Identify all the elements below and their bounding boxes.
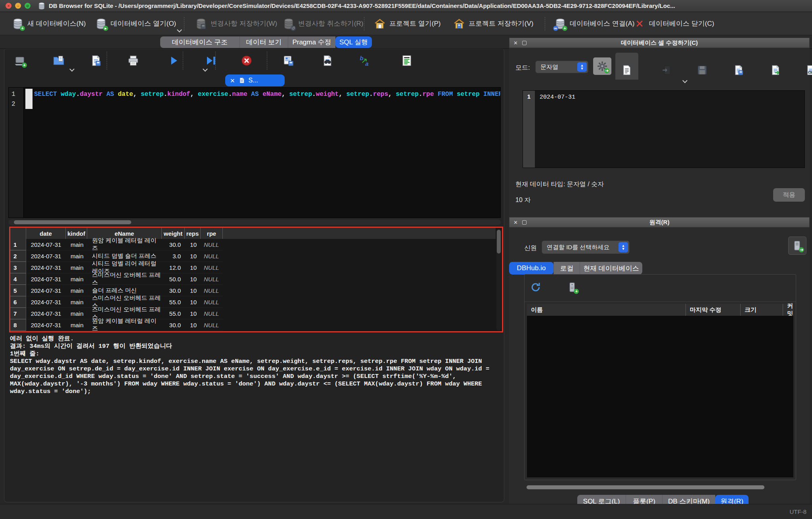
table-cell[interactable]: 55.0: [162, 308, 185, 319]
float-dock-icon[interactable]: [522, 220, 527, 225]
open-project-button[interactable]: 프로젝트 열기(P): [374, 12, 440, 35]
new-database-button[interactable]: +새 데이터베이스(N): [12, 12, 86, 35]
column-header-reps[interactable]: reps: [185, 228, 201, 239]
table-cell[interactable]: 10: [185, 250, 201, 262]
row-number[interactable]: 8: [10, 319, 26, 331]
table-cell[interactable]: 2024-07-31: [26, 250, 66, 262]
auto-apply-button[interactable]: ➜: [593, 57, 611, 75]
table-cell[interactable]: NULL: [201, 262, 223, 273]
table-cell[interactable]: main: [66, 273, 87, 285]
save-changes-button[interactable]: 변경사항 저장하기(W): [195, 12, 277, 35]
row-number[interactable]: 7: [10, 308, 26, 319]
table-cell[interactable]: 10: [185, 273, 201, 285]
remote-tab-1[interactable]: DBHub.io: [509, 262, 553, 275]
save-cell-icon[interactable]: [697, 65, 708, 76]
import-text-icon[interactable]: [662, 65, 673, 76]
apply-button[interactable]: 적용: [773, 188, 805, 202]
column-header-rpe[interactable]: rpe: [201, 228, 223, 239]
table-cell[interactable]: 30.0: [162, 239, 185, 250]
table-cell[interactable]: 10: [185, 308, 201, 319]
chevron-down-icon[interactable]: [203, 67, 208, 72]
scrollbar-thumb[interactable]: [497, 230, 501, 254]
table-row[interactable]: 22024-07-31main시티드 덤벨 숄더 프레스3.010NULL: [10, 250, 496, 262]
refresh-icon[interactable]: [530, 282, 541, 293]
zoom-window-button[interactable]: ⊘: [25, 3, 31, 9]
table-cell[interactable]: 50.0: [162, 273, 185, 285]
tab-3[interactable]: Pragma 수정: [288, 36, 335, 48]
clone-database-icon[interactable]: +: [567, 282, 578, 293]
stop-icon[interactable]: [241, 55, 253, 67]
remote-column-header[interactable]: 마지막 수정: [686, 304, 740, 316]
remote-tab-2[interactable]: 로컬: [553, 262, 580, 275]
remote-tab-3[interactable]: 현재 데이터베이스: [580, 262, 642, 275]
table-cell[interactable]: 2024-07-31: [26, 285, 66, 296]
save-sql-file-icon[interactable]: [90, 55, 102, 67]
table-cell[interactable]: 30.0: [162, 285, 185, 296]
table-cell[interactable]: 2024-07-31: [26, 273, 66, 285]
table-cell[interactable]: main: [66, 262, 87, 273]
table-cell[interactable]: 30.0: [162, 319, 185, 331]
table-cell[interactable]: NULL: [201, 285, 223, 296]
row-number[interactable]: 6: [10, 296, 26, 308]
cell-value-editor[interactable]: 1 2024-07-31: [523, 90, 805, 168]
sql-editor[interactable]: 1 2 SELECT wday.daystr AS date, setrep.k…: [8, 87, 501, 218]
table-row[interactable]: 12024-07-31main원암 케이블 레터럴 레이즈30.010NULL: [10, 239, 496, 250]
tab-2[interactable]: 데이터 보기: [239, 36, 288, 48]
replace-icon[interactable]: ba: [359, 55, 371, 67]
column-header-kindof[interactable]: kindof: [66, 228, 87, 239]
row-number[interactable]: 3: [10, 262, 26, 273]
close-sql-tab-icon[interactable]: ✕: [230, 78, 235, 84]
open-database-button[interactable]: ▸데이터베이스 열기(O): [95, 12, 176, 35]
table-cell[interactable]: NULL: [201, 273, 223, 285]
tab-4[interactable]: SQL 실행: [335, 36, 372, 48]
table-cell[interactable]: 10: [185, 285, 201, 296]
close-dock-icon[interactable]: ✕: [513, 40, 519, 46]
table-cell[interactable]: 3.0: [162, 250, 185, 262]
row-number[interactable]: 4: [10, 273, 26, 285]
table-cell[interactable]: 12.0: [162, 262, 185, 273]
open-sql-file-icon[interactable]: [53, 55, 65, 67]
table-cell[interactable]: 10: [185, 262, 201, 273]
table-row[interactable]: 72024-07-31main스미스머신 오버헤드 프레스55.010NULL: [10, 308, 496, 319]
scrollbar-thumb[interactable]: [14, 220, 131, 224]
open-tab-icon[interactable]: +: [14, 55, 26, 67]
minimize-window-button[interactable]: –: [15, 3, 21, 9]
table-cell[interactable]: 원암 케이블 레터럴 레이즈: [87, 239, 162, 250]
table-cell[interactable]: main: [66, 285, 87, 296]
table-cell[interactable]: main: [66, 250, 87, 262]
chevron-down-icon[interactable]: [177, 27, 182, 32]
chevron-down-icon[interactable]: [682, 78, 688, 83]
upload-database-button[interactable]: ➜: [788, 237, 806, 255]
row-number[interactable]: 2: [10, 250, 26, 262]
table-cell[interactable]: NULL: [201, 296, 223, 308]
remote-column-header[interactable]: 커밋: [783, 304, 793, 316]
table-cell[interactable]: 2024-07-31: [26, 262, 66, 273]
close-dock-icon[interactable]: ✕: [513, 219, 519, 225]
save-results-icon[interactable]: [283, 55, 295, 67]
results-vertical-scrollbar[interactable]: [496, 229, 501, 330]
table-cell[interactable]: 10: [185, 296, 201, 308]
mode-dropdown[interactable]: 문자열 ▲▼: [535, 61, 588, 73]
identity-dropdown[interactable]: 연결할 ID를 선택하세요 ▲▼: [542, 240, 630, 254]
table-cell[interactable]: main: [66, 308, 87, 319]
table-cell[interactable]: NULL: [201, 308, 223, 319]
table-cell[interactable]: 2024-07-31: [26, 308, 66, 319]
editor-horizontal-scrollbar[interactable]: [8, 219, 501, 225]
table-cell[interactable]: NULL: [201, 250, 223, 262]
remote-column-header[interactable]: 크기: [740, 304, 783, 316]
table-cell[interactable]: 스미스머신 오버헤드 프레스: [87, 273, 162, 285]
table-cell[interactable]: 10: [185, 319, 201, 331]
execute-all-icon[interactable]: [168, 55, 180, 67]
table-cell[interactable]: 55.0: [162, 296, 185, 308]
save-as-icon[interactable]: [733, 65, 744, 76]
table-row[interactable]: 32024-07-31main시티드 덤벨 리어 레터럴 레이즈12.010NU…: [10, 262, 496, 273]
row-number[interactable]: 5: [10, 285, 26, 296]
find-icon[interactable]: [322, 55, 333, 67]
remote-horizontal-scrollbar[interactable]: [525, 485, 796, 490]
remote-column-header[interactable]: 이름: [527, 304, 686, 316]
table-cell[interactable]: main: [66, 296, 87, 308]
float-dock-icon[interactable]: [522, 41, 527, 45]
table-cell[interactable]: NULL: [201, 239, 223, 250]
export-cell-icon[interactable]: [770, 65, 781, 76]
table-cell[interactable]: main: [66, 239, 87, 250]
